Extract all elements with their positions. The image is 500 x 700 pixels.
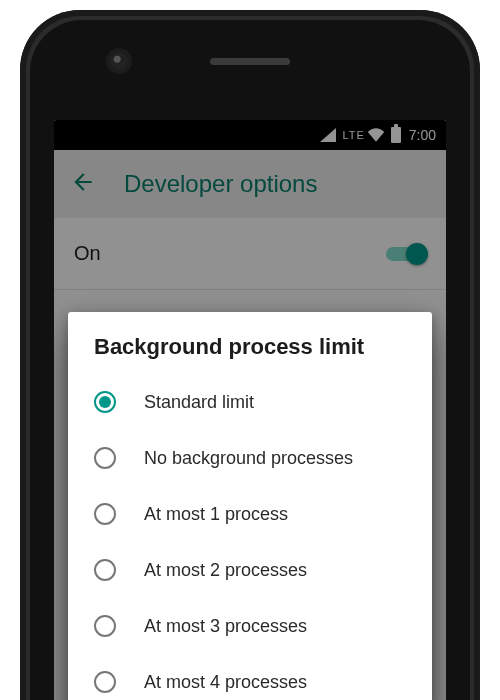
option-label: At most 3 processes bbox=[144, 616, 307, 637]
option-at-most-3[interactable]: At most 3 processes bbox=[94, 598, 406, 654]
phone-body: LTE 7:00 Developer options On bbox=[20, 10, 480, 700]
radio-icon bbox=[94, 559, 116, 581]
viewport: LTE 7:00 Developer options On bbox=[0, 0, 500, 700]
process-limit-dialog: Background process limit Standard limit … bbox=[68, 312, 432, 700]
radio-icon bbox=[94, 671, 116, 693]
option-label: At most 2 processes bbox=[144, 560, 307, 581]
option-standard-limit[interactable]: Standard limit bbox=[94, 374, 406, 430]
option-at-most-4[interactable]: At most 4 processes bbox=[94, 654, 406, 700]
option-label: Standard limit bbox=[144, 392, 254, 413]
radio-icon bbox=[94, 447, 116, 469]
radio-icon bbox=[94, 615, 116, 637]
phone-bezel: LTE 7:00 Developer options On bbox=[30, 20, 470, 700]
option-no-background[interactable]: No background processes bbox=[94, 430, 406, 486]
radio-icon bbox=[94, 391, 116, 413]
option-label: At most 1 process bbox=[144, 504, 288, 525]
earpiece-speaker bbox=[210, 58, 290, 65]
option-label: No background processes bbox=[144, 448, 353, 469]
front-camera bbox=[110, 52, 128, 70]
option-at-most-2[interactable]: At most 2 processes bbox=[94, 542, 406, 598]
dialog-title: Background process limit bbox=[94, 334, 406, 360]
phone-screen: LTE 7:00 Developer options On bbox=[54, 120, 446, 700]
option-label: At most 4 processes bbox=[144, 672, 307, 693]
option-at-most-1[interactable]: At most 1 process bbox=[94, 486, 406, 542]
phone-top-bezel bbox=[30, 20, 470, 110]
radio-icon bbox=[94, 503, 116, 525]
